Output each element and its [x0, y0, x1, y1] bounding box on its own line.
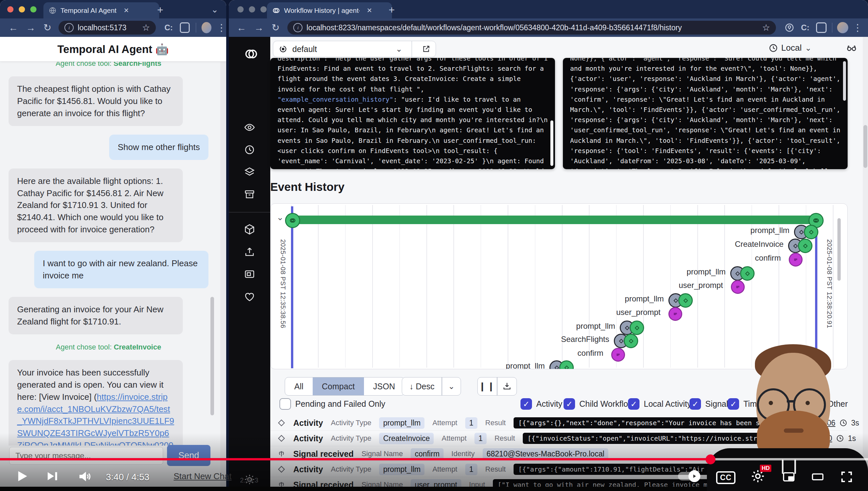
view-mode-all[interactable]: All [285, 377, 313, 395]
temporal-logo-icon[interactable] [244, 47, 258, 61]
profile-avatar[interactable] [202, 22, 211, 33]
address-bar[interactable]: i localhost:5173 ☆ [59, 21, 156, 34]
site-info-icon[interactable]: i [64, 23, 74, 32]
activity-completed-marker[interactable] [678, 293, 693, 308]
tab-close-icon[interactable]: × [124, 5, 129, 16]
scrollbar-thumb[interactable] [843, 61, 846, 101]
local-activity-checkbox[interactable]: ✓ [628, 398, 640, 410]
labs-glasses-icon[interactable] [845, 42, 858, 53]
pending-failed-checkbox[interactable] [279, 398, 291, 410]
timeline-scrollbar[interactable] [837, 218, 841, 281]
tab-close-icon[interactable]: × [367, 5, 372, 16]
collapse-chevron-icon[interactable]: ⌄ [277, 212, 284, 223]
workflow-start-marker[interactable] [285, 213, 300, 228]
bookmark-star-icon[interactable]: ☆ [142, 22, 150, 33]
signal-checkbox[interactable]: ✓ [689, 398, 701, 410]
profile-avatar[interactable] [837, 22, 848, 33]
extension-c-icon[interactable]: C: [801, 24, 809, 32]
activity-completed-marker[interactable] [559, 360, 574, 369]
upload-icon[interactable] [244, 246, 255, 257]
new-tab-button[interactable]: + [157, 4, 163, 16]
window-scroll-track[interactable] [220, 37, 226, 491]
activity-completed-marker[interactable] [804, 225, 818, 239]
activity-completed-marker[interactable] [624, 334, 638, 348]
signal-marker[interactable] [731, 280, 745, 294]
browser-tab[interactable]: Workflow History | agent-wor × [267, 2, 392, 19]
page-scroll-thumb[interactable] [863, 125, 867, 168]
workflow-result-json[interactable]: None}}, {'actor': 'agent', 'response': "… [563, 58, 848, 169]
eye-icon[interactable] [244, 122, 255, 133]
download-button[interactable] [497, 382, 517, 391]
minimize-window-icon[interactable] [19, 6, 25, 12]
close-window-icon[interactable] [237, 6, 244, 12]
deployments-cube-icon[interactable] [244, 224, 255, 235]
layers-icon[interactable] [244, 167, 255, 178]
workflow-input-json[interactable]: description": "help the user gather args… [270, 58, 555, 169]
password-manager-icon[interactable] [784, 23, 794, 33]
activity-checkbox[interactable]: ✓ [521, 398, 532, 410]
play-button[interactable] [14, 469, 30, 484]
activity-completed-marker[interactable] [798, 239, 812, 253]
back-icon[interactable]: ← [237, 23, 246, 33]
tab-search-chevron-icon[interactable]: ⌄ [211, 5, 218, 15]
pause-button[interactable]: ❙❙ [478, 381, 497, 392]
captions-button[interactable]: CC [716, 471, 736, 484]
chevron-down-icon[interactable]: ⌄ [442, 382, 461, 391]
reload-icon[interactable]: ↻ [272, 23, 279, 33]
maximize-window-icon[interactable] [30, 6, 36, 12]
start-new-chat-link[interactable]: Start New Chat [174, 471, 231, 482]
timeline-event-label: SearchFlights [510, 335, 609, 344]
workflow-span-bar[interactable] [291, 215, 820, 224]
namespace-select[interactable]: default ⌄ [273, 41, 436, 57]
open-namespace-icon[interactable] [416, 45, 436, 53]
maximize-window-icon[interactable] [260, 6, 267, 12]
extensions-icon[interactable] [180, 22, 189, 33]
progress-scrubber[interactable] [706, 455, 715, 464]
fullscreen-button[interactable] [840, 470, 854, 484]
activity-completed-marker[interactable] [740, 266, 754, 281]
chat-scrollbar[interactable] [210, 297, 214, 415]
traffic-lights-inactive[interactable] [237, 6, 267, 12]
new-tab-button[interactable]: + [389, 4, 395, 16]
browser-tab[interactable]: Temporal AI Agent × [43, 2, 159, 19]
close-window-icon[interactable] [7, 6, 13, 12]
miniplayer-button[interactable] [782, 470, 796, 484]
schedules-clock-icon[interactable] [244, 144, 255, 155]
message-input[interactable] [9, 447, 163, 465]
traffic-lights[interactable] [7, 6, 36, 12]
minimize-window-icon[interactable] [249, 6, 255, 12]
event-title: Activity [293, 434, 323, 443]
back-icon[interactable]: ← [8, 23, 18, 33]
window-frame-icon[interactable] [244, 268, 255, 280]
autoplay-toggle[interactable] [678, 472, 699, 481]
sort-order-control[interactable]: ↓ Desc ⌄ [402, 377, 461, 396]
signal-marker[interactable] [669, 307, 682, 321]
activity-completed-marker[interactable] [630, 320, 644, 335]
activity-diamond-icon [278, 434, 285, 442]
menu-kebab-icon[interactable]: ⋮ [853, 23, 862, 33]
next-button[interactable] [45, 469, 59, 483]
bookmark-star-icon[interactable]: ☆ [762, 22, 770, 33]
child-workflow-checkbox[interactable]: ✓ [563, 398, 575, 410]
archive-icon[interactable] [244, 189, 255, 200]
view-mode-json[interactable]: JSON [364, 377, 404, 395]
heart-icon[interactable] [244, 291, 255, 302]
view-mode-compact[interactable]: Compact [313, 377, 364, 395]
menu-kebab-icon[interactable]: ⋮ [217, 23, 226, 33]
theater-mode-button[interactable] [811, 470, 825, 484]
settings-button[interactable]: HD [750, 469, 766, 484]
reload-icon[interactable]: ↻ [43, 23, 51, 33]
signal-marker[interactable] [611, 348, 625, 362]
forward-icon[interactable]: → [254, 23, 264, 33]
volume-icon[interactable] [78, 469, 92, 484]
extensions-icon[interactable] [816, 22, 827, 33]
scrollbar-thumb[interactable] [550, 120, 553, 166]
signal-marker[interactable] [789, 253, 803, 266]
timezone-select[interactable]: Local ⌄ [769, 43, 811, 53]
send-button[interactable]: Send [167, 445, 210, 466]
address-bar[interactable]: i localhost:8233/namespaces/default/work… [287, 21, 776, 34]
site-info-icon[interactable]: i [293, 23, 303, 32]
hd-badge: HD [760, 465, 771, 472]
extension-c-icon[interactable]: C: [164, 24, 173, 32]
forward-icon[interactable]: → [26, 23, 35, 33]
